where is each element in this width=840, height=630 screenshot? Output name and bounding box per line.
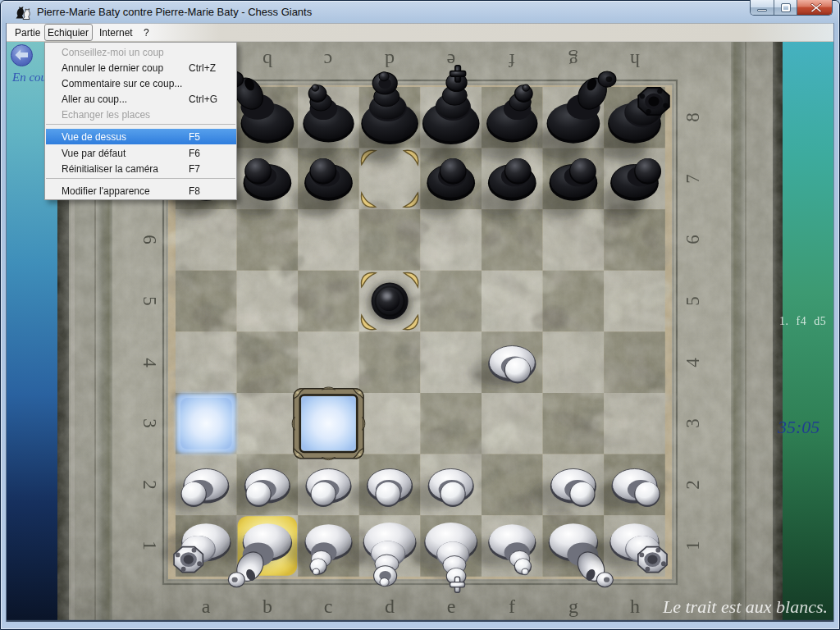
svg-text:6: 6 — [682, 235, 703, 244]
svg-text:g: g — [568, 50, 578, 71]
svg-text:h: h — [630, 596, 640, 617]
svg-text:8: 8 — [682, 112, 703, 122]
svg-text:b: b — [262, 50, 272, 71]
svg-text:a: a — [202, 596, 211, 617]
svg-text:6: 6 — [139, 235, 160, 244]
svg-text:c: c — [324, 596, 333, 617]
svg-text:1: 1 — [139, 541, 160, 550]
svg-text:3: 3 — [682, 418, 703, 428]
svg-text:5: 5 — [139, 296, 160, 306]
svg-text:f: f — [509, 50, 515, 71]
svg-text:4: 4 — [682, 358, 703, 368]
svg-text:c: c — [324, 50, 333, 71]
svg-text:7: 7 — [682, 174, 703, 184]
svg-text:d: d — [385, 596, 395, 617]
svg-text:1: 1 — [682, 541, 703, 550]
svg-text:4: 4 — [139, 358, 160, 368]
svg-text:2: 2 — [682, 480, 703, 490]
svg-text:d: d — [385, 50, 395, 71]
svg-text:5: 5 — [682, 296, 703, 306]
svg-text:g: g — [568, 596, 578, 617]
svg-text:e: e — [447, 596, 456, 617]
svg-text:2: 2 — [139, 480, 160, 490]
svg-text:h: h — [630, 50, 640, 71]
svg-text:f: f — [509, 596, 515, 617]
svg-text:b: b — [262, 596, 272, 617]
svg-text:e: e — [447, 50, 456, 71]
svg-text:3: 3 — [139, 418, 160, 428]
